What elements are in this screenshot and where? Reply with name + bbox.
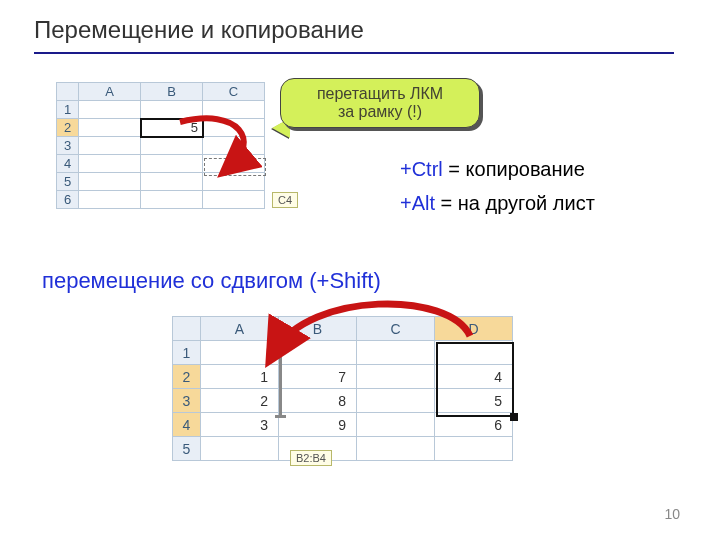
col-header: B [141, 83, 203, 101]
row-header: 3 [57, 137, 79, 155]
cell: 9 [279, 413, 357, 437]
cell: 3 [201, 413, 279, 437]
corner-cell [173, 317, 201, 341]
note-ctrl-text: = копирование [443, 158, 585, 180]
row-header: 4 [173, 413, 201, 437]
insert-bar-cap [275, 415, 286, 418]
row-header: 6 [57, 191, 79, 209]
cell: 8 [279, 389, 357, 413]
row-header: 5 [57, 173, 79, 191]
insert-bar [279, 342, 282, 417]
key-ctrl: +Ctrl [400, 158, 443, 180]
cell: 4 [435, 365, 513, 389]
col-header: B [279, 317, 357, 341]
spreadsheet-bottom: A B C D 1 2 1 7 4 3 2 8 5 4 3 9 6 5 [172, 316, 513, 461]
row-header: 5 [173, 437, 201, 461]
callout-drag-hint: перетащить ЛКМ за рамку (!) [280, 78, 480, 128]
title-underline [34, 52, 674, 54]
subtitle-shift: перемещение со сдвигом (+Shift) [42, 268, 381, 294]
callout-line2: за рамку (!) [338, 103, 422, 120]
col-header: A [79, 83, 141, 101]
note-ctrl: +Ctrl = копирование [400, 158, 585, 181]
page-title: Перемещение и копирование [34, 16, 364, 44]
row-header: 2 [173, 365, 201, 389]
note-alt-text: = на другой лист [435, 192, 595, 214]
cell: 7 [279, 365, 357, 389]
cell: 1 [201, 365, 279, 389]
drag-tooltip-bottom: B2:B4 [290, 450, 332, 466]
insert-bar-cap [275, 340, 286, 343]
spreadsheet-top: A B C 1 25 3 4 5 6 [56, 82, 265, 209]
row-header: 1 [173, 341, 201, 365]
note-alt: +Alt = на другой лист [400, 192, 595, 215]
col-header: C [357, 317, 435, 341]
row-header: 1 [57, 101, 79, 119]
key-alt: +Alt [400, 192, 435, 214]
page-number: 10 [664, 506, 680, 522]
corner-cell [57, 83, 79, 101]
cell-b2: 5 [141, 119, 203, 137]
cell: 6 [435, 413, 513, 437]
col-header: D [435, 317, 513, 341]
cell: 5 [435, 389, 513, 413]
row-header: 3 [173, 389, 201, 413]
col-header: A [201, 317, 279, 341]
col-header: C [203, 83, 265, 101]
row-header: 4 [57, 155, 79, 173]
callout-line1: перетащить ЛКМ [317, 85, 443, 102]
row-header: 2 [57, 119, 79, 137]
drag-tooltip-top: C4 [272, 192, 298, 208]
cell: 2 [201, 389, 279, 413]
